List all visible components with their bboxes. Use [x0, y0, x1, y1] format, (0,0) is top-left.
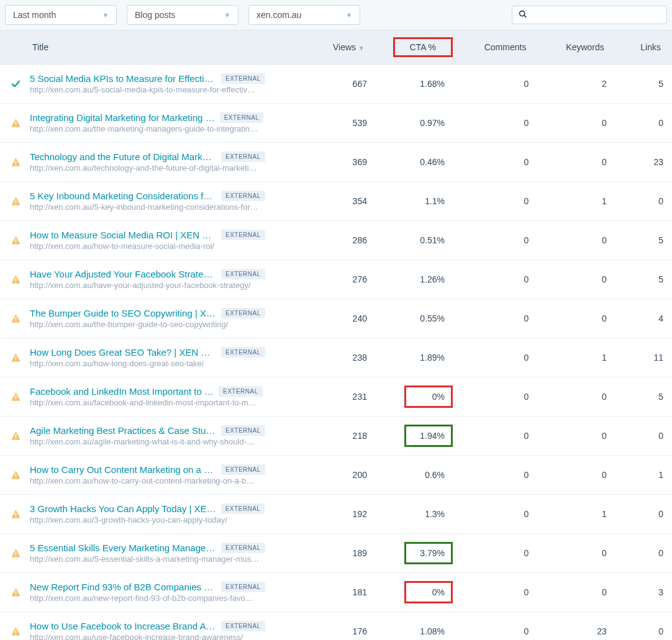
svg-rect-5: [15, 164, 16, 165]
svg-rect-15: [15, 359, 16, 361]
links-cell: 0: [615, 534, 672, 573]
col-keywords[interactable]: Keywords: [537, 30, 615, 65]
links-cell[interactable]: 5: [615, 221, 672, 260]
title-link[interactable]: 3 Growth Hacks You Can Apply Today | XE…: [30, 503, 216, 514]
keywords-cell: 0: [537, 221, 615, 260]
views-cell: 369: [312, 143, 376, 182]
title-link[interactable]: How to Measure Social Media ROI | XEN Sy…: [30, 230, 216, 240]
keywords-cell[interactable]: 1: [537, 182, 615, 221]
date-range-select[interactable]: Last month ▼: [5, 5, 117, 25]
links-cell[interactable]: 5: [615, 377, 672, 417]
external-badge: EXTERNAL: [220, 112, 264, 123]
links-cell: 0: [615, 612, 672, 641]
title-link[interactable]: How to Carry Out Content Marketing on a …: [30, 464, 216, 475]
keywords-cell[interactable]: 1: [537, 495, 615, 534]
title-cell: Agile Marketing Best Practices & Case St…: [0, 417, 312, 455]
svg-rect-12: [15, 317, 16, 320]
svg-rect-2: [15, 121, 16, 124]
views-cell: 276: [312, 260, 376, 299]
content-type-select[interactable]: Blog posts ▼: [127, 5, 238, 25]
title-link[interactable]: 5 Social Media KPIs to Measure for Effec…: [30, 73, 216, 84]
links-cell[interactable]: 4: [615, 299, 672, 338]
col-title[interactable]: Title: [0, 30, 312, 65]
external-badge: EXTERNAL: [221, 191, 265, 201]
keywords-cell: 0: [537, 417, 615, 456]
svg-rect-17: [15, 399, 16, 400]
url-text: http://xen.com.au/the-bumper-guide-to-se…: [30, 320, 260, 329]
col-links[interactable]: Links: [615, 30, 672, 65]
sort-desc-icon: ▼: [358, 45, 365, 52]
url-text: http://xen.com.au/use-facebook-increase-…: [30, 633, 260, 640]
col-comments[interactable]: Comments: [460, 30, 537, 65]
views-cell: 539: [312, 104, 376, 143]
title-link[interactable]: Integrating Digital Marketing for Market…: [30, 112, 215, 123]
table-row: Integrating Digital Marketing for Market…: [0, 104, 672, 143]
title-link[interactable]: Have Your Adjusted Your Facebook Strateg…: [30, 269, 216, 279]
keywords-cell: 0: [537, 260, 615, 299]
warning-icon: [10, 158, 21, 167]
cta-cell: 1.68%: [376, 65, 460, 104]
title-cell: 5 Essential Skills Every Marketing Manag…: [0, 534, 312, 572]
svg-rect-29: [15, 633, 16, 634]
cta-cell: 1.26%: [376, 260, 460, 299]
warning-icon: [10, 588, 21, 597]
url-text: http://xen.com.au/technology-and-the-fut…: [30, 163, 260, 173]
title-cell: How to Carry Out Content Marketing on a …: [0, 456, 312, 494]
links-cell[interactable]: 5: [615, 65, 672, 104]
title-link[interactable]: 5 Key Inbound Marketing Considerations f…: [30, 191, 216, 201]
warning-icon: [10, 431, 21, 441]
svg-rect-22: [15, 512, 16, 515]
keywords-cell[interactable]: 23: [537, 612, 615, 641]
search-input[interactable]: [532, 10, 660, 20]
table-row: The Bumper Guide to SEO Copywriting | XE…: [0, 299, 672, 338]
links-cell[interactable]: 11: [615, 338, 672, 377]
comments-cell: 0: [460, 260, 537, 299]
title-link[interactable]: 5 Essential Skills Every Marketing Manag…: [30, 543, 216, 553]
title-link[interactable]: The Bumper Guide to SEO Copywriting | XE…: [30, 308, 216, 318]
svg-rect-13: [15, 320, 16, 322]
warning-icon: [10, 392, 21, 402]
title-link[interactable]: Facebook and LinkedIn Most Important to …: [30, 386, 214, 397]
domain-select[interactable]: xen.com.au ▼: [248, 5, 360, 25]
svg-rect-7: [15, 203, 16, 204]
external-badge: EXTERNAL: [221, 582, 265, 592]
keywords-cell[interactable]: 1: [537, 338, 615, 377]
title-link[interactable]: New Report Find 93% of B2B Companies F…: [30, 582, 216, 592]
table-row: Facebook and LinkedIn Most Important to …: [0, 377, 672, 417]
links-cell[interactable]: 23: [615, 143, 672, 182]
title-link[interactable]: How to Use Facebook to Increase Brand Aw…: [30, 621, 216, 631]
keywords-cell[interactable]: 2: [537, 65, 615, 104]
table-row: New Report Find 93% of B2B Companies F…E…: [0, 573, 672, 612]
comments-cell: 0: [460, 612, 537, 641]
url-text: http://xen.com.au/5-key-inbound-marketin…: [30, 202, 260, 212]
title-cell: Facebook and LinkedIn Most Important to …: [0, 377, 312, 416]
svg-rect-6: [15, 199, 16, 202]
svg-rect-24: [15, 551, 16, 554]
title-cell: The Bumper Guide to SEO Copywriting | XE…: [0, 299, 312, 338]
title-cell: 5 Social Media KPIs to Measure for Effec…: [0, 65, 312, 103]
svg-rect-18: [15, 434, 16, 437]
domain-label: xen.com.au: [257, 10, 301, 20]
url-text: http://xen.com.au/how-long-does-great-se…: [30, 359, 260, 368]
col-views[interactable]: Views▼: [312, 30, 376, 65]
keywords-cell: 0: [537, 104, 615, 143]
title-link[interactable]: How Long Does Great SEO Take? | XEN Sys…: [30, 347, 216, 358]
svg-rect-4: [15, 160, 16, 163]
title-cell: How Long Does Great SEO Take? | XEN Sys……: [0, 338, 312, 377]
title-cell: 3 Growth Hacks You Can Apply Today | XE……: [0, 495, 312, 533]
external-badge: EXTERNAL: [221, 621, 265, 631]
col-cta[interactable]: CTA %: [376, 30, 460, 65]
views-cell: 189: [312, 534, 376, 573]
comments-cell: 0: [460, 65, 537, 104]
url-text: http://xen.com.au/3-growth-hacks-you-can…: [30, 515, 260, 525]
external-badge: EXTERNAL: [221, 464, 265, 475]
title-link[interactable]: Agile Marketing Best Practices & Case St…: [30, 425, 216, 436]
links-cell: 0: [615, 104, 672, 143]
search-box[interactable]: [512, 6, 667, 24]
title-link[interactable]: Technology and the Future of Digital Mar…: [30, 151, 216, 162]
table-row: How Long Does Great SEO Take? | XEN Sys……: [0, 338, 672, 377]
links-cell[interactable]: 5: [615, 260, 672, 299]
warning-icon: [10, 510, 21, 519]
links-cell[interactable]: 1: [615, 456, 672, 495]
links-cell[interactable]: 3: [615, 573, 672, 612]
